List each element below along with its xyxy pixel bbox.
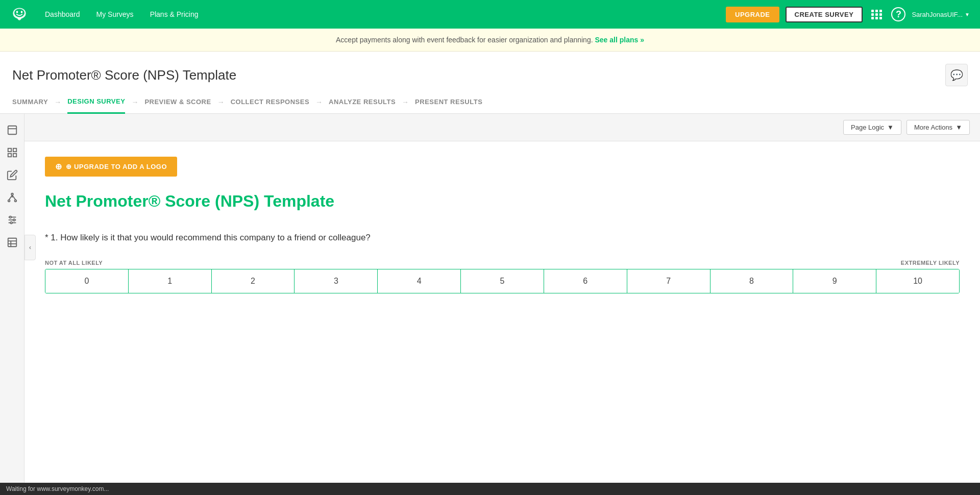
upgrade-button[interactable]: UPGRADE (726, 7, 779, 22)
sidebar-grid-btn[interactable] (2, 142, 22, 163)
help-button[interactable]: ? (891, 7, 905, 21)
svg-rect-22 (8, 238, 16, 247)
user-menu[interactable]: SarahJonasUIF... ▼ (912, 11, 970, 18)
survey-area: Page Logic ▼ More Actions ▼ ⊕ ⊕ UPGRADE … (24, 114, 980, 490)
nps-scale: 0 1 2 3 4 5 6 7 8 9 10 (45, 269, 960, 293)
survey-title: Net Promoter® Score (NPS) Template (45, 192, 960, 211)
create-survey-button[interactable]: CREATE SURVEY (786, 7, 863, 22)
step-arrow-4: → (315, 98, 323, 106)
sidebar-branch-btn[interactable] (2, 187, 22, 208)
step-collect-responses[interactable]: COLLECT RESPONSES (231, 91, 309, 113)
svg-point-10 (11, 193, 13, 195)
nps-cell-7[interactable]: 7 (627, 269, 710, 293)
grid-icon (7, 147, 18, 158)
nps-cell-1[interactable]: 1 (129, 269, 212, 293)
nps-cell-0[interactable]: 0 (45, 269, 129, 293)
page-title: Net Promoter® Score (NPS) Template (12, 67, 236, 83)
survey-content: ⊕ ⊕ UPGRADE TO ADD A LOGO Net Promoter® … (24, 141, 980, 490)
top-nav: Dashboard My Surveys Plans & Pricing UPG… (0, 0, 980, 29)
step-design-survey[interactable]: DESIGN SURVEY (67, 90, 125, 114)
page-logic-button[interactable]: Page Logic ▼ (843, 120, 901, 135)
svg-rect-9 (13, 154, 16, 157)
pages-icon (7, 237, 18, 248)
question-1: * 1. How likely is it that you would rec… (45, 231, 960, 244)
nps-label-low: NOT AT ALL LIKELY (45, 260, 103, 266)
nav-right: UPGRADE CREATE SURVEY ? SarahJonasUIF...… (726, 6, 970, 22)
nps-cell-4[interactable]: 4 (378, 269, 461, 293)
nps-cell-6[interactable]: 6 (544, 269, 627, 293)
status-text: Waiting for www.surveymonkey.com... (6, 485, 109, 490)
step-preview-score[interactable]: PREVIEW & SCORE (144, 91, 211, 113)
nps-labels: NOT AT ALL LIKELY EXTREMELY LIKELY (45, 260, 960, 266)
pencil-icon (7, 169, 18, 181)
chevron-left-icon: ‹ (29, 244, 31, 251)
svg-line-13 (9, 195, 12, 200)
chevron-down-icon: ▼ (955, 123, 962, 131)
nps-cell-5[interactable]: 5 (461, 269, 544, 293)
see-all-plans-link[interactable]: See all plans » (595, 36, 644, 44)
more-actions-button[interactable]: More Actions ▼ (906, 120, 970, 135)
chat-icon: 💬 (950, 69, 963, 81)
plus-circle-icon: ⊕ (55, 162, 62, 171)
nps-cell-9[interactable]: 9 (793, 269, 876, 293)
nps-cell-8[interactable]: 8 (710, 269, 794, 293)
nps-cell-10[interactable]: 10 (876, 269, 959, 293)
announcement-bar: Accept payments along with event feedbac… (0, 29, 980, 52)
grid-apps-button[interactable] (869, 6, 885, 22)
sidebar-settings-btn[interactable] (2, 210, 22, 230)
svg-rect-6 (8, 148, 11, 152)
nav-links: Dashboard My Surveys Plans & Pricing (39, 6, 726, 22)
svg-point-2 (16, 11, 18, 13)
nps-label-high: EXTREMELY LIKELY (901, 260, 960, 266)
svg-rect-8 (8, 154, 11, 157)
page-title-area: Net Promoter® Score (NPS) Template 💬 (0, 52, 980, 86)
my-surveys-link[interactable]: My Surveys (90, 6, 140, 22)
step-arrow-1: → (54, 98, 61, 106)
sidebar-edit-btn[interactable] (2, 165, 22, 185)
step-arrow-5: → (402, 98, 409, 106)
svg-rect-4 (8, 126, 16, 135)
left-sidebar (0, 114, 24, 490)
svg-line-14 (12, 195, 15, 200)
chevron-down-icon: ▼ (887, 123, 894, 131)
dashboard-link[interactable]: Dashboard (39, 6, 86, 22)
svg-point-3 (21, 11, 23, 13)
plans-pricing-link[interactable]: Plans & Pricing (144, 6, 205, 22)
steps-nav: SUMMARY → DESIGN SURVEY → PREVIEW & SCOR… (0, 90, 980, 114)
logo-icon (10, 5, 29, 23)
step-arrow-2: → (131, 98, 138, 106)
status-bar: Waiting for www.surveymonkey.com... (0, 483, 980, 490)
svg-rect-7 (13, 148, 16, 152)
layout-icon (7, 125, 18, 136)
step-summary[interactable]: SUMMARY (12, 91, 48, 113)
grid-apps-icon (871, 10, 883, 19)
survey-toolbar: Page Logic ▼ More Actions ▼ (24, 114, 980, 141)
sliders-icon (7, 214, 18, 226)
svg-point-21 (10, 222, 12, 224)
chat-button[interactable]: 💬 (945, 64, 968, 86)
svg-point-19 (9, 216, 11, 218)
svg-point-12 (14, 200, 16, 202)
nps-cell-2[interactable]: 2 (212, 269, 295, 293)
main-layout: ‹ Page Logic ▼ More Actions ▼ ⊕ ⊕ UPGRAD… (0, 114, 980, 490)
sidebar-pages-btn[interactable] (2, 232, 22, 253)
branch-icon (7, 192, 18, 203)
step-analyze-results[interactable]: ANALYZE RESULTS (329, 91, 396, 113)
nps-cell-3[interactable]: 3 (295, 269, 378, 293)
svg-point-20 (13, 219, 15, 221)
sidebar-collapse-btn[interactable]: ‹ (24, 235, 36, 260)
step-arrow-3: → (217, 98, 225, 106)
svg-point-11 (8, 200, 10, 202)
upgrade-logo-button[interactable]: ⊕ ⊕ UPGRADE TO ADD A LOGO (45, 157, 177, 177)
step-present-results[interactable]: PRESENT RESULTS (415, 91, 482, 113)
sidebar-layout-btn[interactable] (2, 120, 22, 140)
